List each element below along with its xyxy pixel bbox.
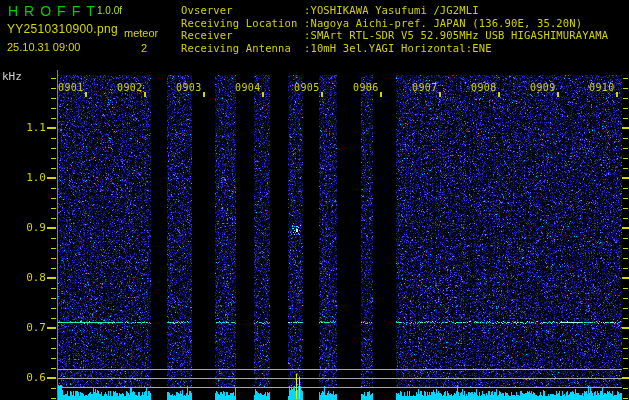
- time-tick-label: 0908: [471, 82, 497, 93]
- observer-info-row: Receiving Location :Nagoya Aichi-pref. J…: [181, 17, 608, 30]
- freq-tick-label: 1.0: [2, 171, 46, 184]
- spectrogram-canvas: [0, 0, 629, 400]
- hrofft-window: HROFFT 1.0.0f YY2510310900.png meteor 25…: [0, 0, 629, 400]
- app-version: 1.0.0f: [97, 5, 122, 16]
- time-tick-label: 0907: [412, 82, 438, 93]
- freq-tick-label: 0.9: [2, 221, 46, 234]
- freq-tick-label: 0.6: [2, 371, 46, 384]
- output-filename: YY2510310900.png: [7, 22, 118, 36]
- time-tick-label: 0901: [58, 82, 84, 93]
- observer-info-row: Receiver :SMArt RTL-SDR V5 52.905MHz USB…: [181, 29, 608, 42]
- time-tick-label: 0910: [589, 82, 615, 93]
- time-tick-label: 0906: [353, 82, 379, 93]
- observer-info-block: Ovserver :YOSHIKAWA Yasufumi /JG2MLIRece…: [181, 4, 608, 54]
- freq-tick-label: 0.8: [2, 271, 46, 284]
- meteor-count: 2: [141, 42, 147, 54]
- observer-info-row: Receiving Antenna :10mH 3el.YAGI Horizon…: [181, 42, 608, 55]
- time-tick-label: 0905: [294, 82, 320, 93]
- time-tick-label: 0903: [176, 82, 202, 93]
- time-tick-label: 0909: [530, 82, 556, 93]
- mode-label: meteor: [124, 27, 158, 39]
- freq-axis-unit-label: kHz: [2, 70, 22, 83]
- time-tick-label: 0902: [117, 82, 143, 93]
- freq-tick-label: 1.1: [2, 121, 46, 134]
- time-tick-label: 0904: [235, 82, 261, 93]
- app-title: HROFFT: [8, 3, 101, 19]
- observation-datetime: 25.10.31 09:00: [7, 41, 80, 53]
- observer-info-row: Ovserver :YOSHIKAWA Yasufumi /JG2MLI: [181, 4, 608, 17]
- freq-tick-label: 0.7: [2, 321, 46, 334]
